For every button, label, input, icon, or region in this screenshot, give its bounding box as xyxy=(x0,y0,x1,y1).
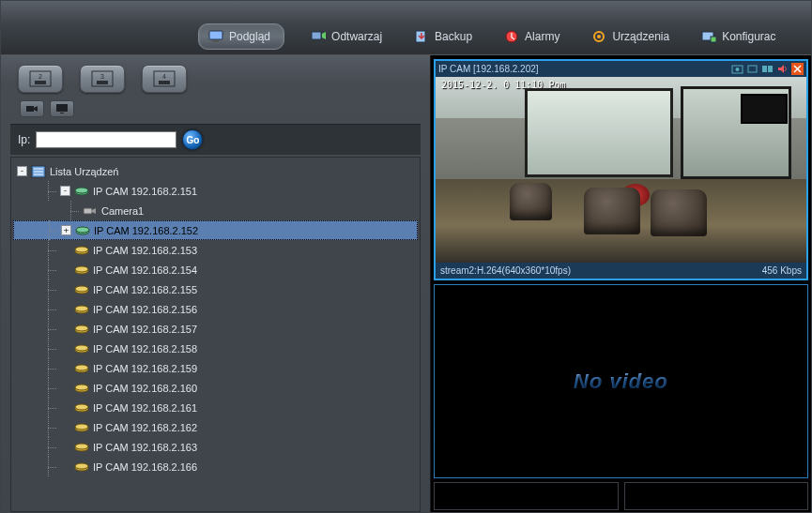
split-icon[interactable] xyxy=(761,63,774,75)
no-video-text: No video xyxy=(574,370,668,394)
view-camera-button[interactable] xyxy=(20,100,44,117)
svg-point-46 xyxy=(75,365,88,370)
bitrate-info: 456 Kbps xyxy=(762,265,802,276)
svg-point-48 xyxy=(75,385,88,390)
svg-marker-30 xyxy=(92,208,96,214)
svg-rect-1 xyxy=(213,40,219,42)
tree-device-node[interactable]: IP CAM 192.168.2.160 xyxy=(13,378,418,398)
svg-rect-12 xyxy=(35,81,46,84)
backup-icon xyxy=(414,29,429,44)
video-tile-3[interactable] xyxy=(434,482,619,510)
layout-4-button[interactable]: 4 xyxy=(142,65,187,93)
tab-devices-label: Urządzenia xyxy=(612,30,669,43)
close-icon[interactable] xyxy=(791,63,804,75)
tree-device-node[interactable]: IP CAM 192.168.2.161 xyxy=(13,398,418,417)
layout-buttons: 2 3 4 xyxy=(18,65,421,93)
camera-live-image: 2015-12-2. 0 11:10 Pom xyxy=(436,77,806,263)
tree-device-node[interactable]: +IP CAM 192.168.2.152 xyxy=(13,220,418,240)
tab-config-label: Konfigurac xyxy=(722,30,775,43)
svg-point-42 xyxy=(75,325,88,331)
svg-rect-59 xyxy=(748,66,757,72)
svg-point-54 xyxy=(75,444,88,449)
svg-rect-15 xyxy=(97,81,108,84)
playback-icon xyxy=(311,29,326,44)
svg-point-58 xyxy=(736,68,740,71)
alarm-icon xyxy=(504,29,519,44)
tab-preview-label: Podgląd xyxy=(229,30,270,43)
layout-3-button[interactable]: 3 xyxy=(80,65,125,93)
tab-config[interactable]: Konfigurac xyxy=(696,25,781,48)
tab-playback[interactable]: Odtwarzaj xyxy=(305,25,388,48)
tab-preview[interactable]: Podgląd xyxy=(198,23,284,50)
svg-point-50 xyxy=(75,404,88,410)
svg-point-40 xyxy=(75,306,88,311)
svg-point-34 xyxy=(75,247,88,252)
sidebar: 2 3 4 Ip: Go -Lista Urządzeń-IP CAM 192.… xyxy=(1,55,431,512)
svg-rect-21 xyxy=(56,104,68,112)
tree-device-node[interactable]: IP CAM 192.168.2.153 xyxy=(13,240,418,260)
svg-point-44 xyxy=(75,345,88,351)
gear-icon xyxy=(591,29,606,44)
svg-rect-19 xyxy=(26,106,34,112)
svg-point-28 xyxy=(75,188,88,193)
device-tree[interactable]: -Lista Urządzeń-IP CAM 192.168.2.151Came… xyxy=(10,157,421,512)
view-monitor-button[interactable] xyxy=(50,100,74,117)
view-mode-buttons xyxy=(20,100,421,117)
tree-device-node[interactable]: IP CAM 192.168.2.157 xyxy=(13,319,418,339)
svg-point-38 xyxy=(75,286,88,292)
tree-device-node[interactable]: IP CAM 192.168.2.163 xyxy=(13,437,418,457)
svg-text:3: 3 xyxy=(100,73,104,80)
tree-device-node[interactable]: IP CAM 192.168.2.155 xyxy=(13,279,418,299)
svg-point-56 xyxy=(75,463,88,469)
svg-rect-2 xyxy=(312,32,321,39)
go-button[interactable]: Go xyxy=(182,129,203,150)
config-icon xyxy=(701,29,716,44)
svg-marker-62 xyxy=(778,65,784,73)
monitor-icon xyxy=(208,29,223,44)
video-tile-2[interactable]: No video xyxy=(434,284,808,478)
tree-device-node[interactable]: IP CAM 192.168.2.166 xyxy=(13,457,418,476)
tab-devices[interactable]: Urządzenia xyxy=(586,25,675,48)
tab-alarms-label: Alarmy xyxy=(525,30,559,43)
ip-input[interactable] xyxy=(36,131,176,148)
tree-root-node[interactable]: -Lista Urządzeń xyxy=(13,161,418,181)
video-grid: IP CAM [192.168.2.202] 2015-12-2. 0 11:1… xyxy=(431,55,811,512)
top-toolbar: Podgląd Odtwarzaj Backup Alarmy Urządzen… xyxy=(1,1,811,55)
tree-device-node[interactable]: IP CAM 192.168.2.154 xyxy=(13,260,418,279)
video-tile-4[interactable] xyxy=(624,482,809,510)
svg-rect-0 xyxy=(209,31,222,39)
audio-icon[interactable] xyxy=(776,63,789,75)
svg-rect-29 xyxy=(84,208,92,214)
svg-rect-60 xyxy=(762,66,767,72)
snapshot-icon[interactable] xyxy=(731,63,743,75)
svg-point-52 xyxy=(75,424,88,430)
svg-rect-22 xyxy=(60,113,64,113)
svg-rect-9 xyxy=(711,37,716,42)
tree-device-node[interactable]: -IP CAM 192.168.2.151 xyxy=(13,181,418,201)
svg-text:4: 4 xyxy=(162,73,166,80)
video-tile-1[interactable]: IP CAM [192.168.2.202] 2015-12-2. 0 11:1… xyxy=(434,59,808,280)
tree-camera-node[interactable]: Camera1 xyxy=(13,201,418,220)
tree-device-node[interactable]: IP CAM 192.168.2.158 xyxy=(13,339,418,358)
svg-rect-61 xyxy=(768,66,773,72)
tab-backup-label: Backup xyxy=(435,30,472,43)
svg-point-7 xyxy=(597,35,601,38)
ip-label: Ip: xyxy=(18,133,30,146)
svg-text:2: 2 xyxy=(38,73,42,80)
svg-point-36 xyxy=(75,266,88,272)
stream-info: stream2:H.264(640x360*10fps) xyxy=(440,265,571,276)
layout-2-button[interactable]: 2 xyxy=(18,65,63,93)
tree-device-node[interactable]: IP CAM 192.168.2.162 xyxy=(13,417,418,437)
tab-backup[interactable]: Backup xyxy=(408,25,478,48)
record-icon[interactable] xyxy=(746,63,758,75)
ip-search-row: Ip: Go xyxy=(10,124,421,155)
svg-marker-20 xyxy=(34,106,38,112)
svg-point-32 xyxy=(76,227,89,233)
svg-rect-18 xyxy=(159,81,170,84)
main-tabs: Podgląd Odtwarzaj Backup Alarmy Urządzen… xyxy=(198,23,782,50)
tab-alarms[interactable]: Alarmy xyxy=(498,25,565,48)
video-tile-1-title: IP CAM [192.168.2.202] xyxy=(438,64,539,74)
tree-device-node[interactable]: IP CAM 192.168.2.156 xyxy=(13,299,418,319)
tree-device-node[interactable]: IP CAM 192.168.2.159 xyxy=(13,358,418,378)
tab-playback-label: Odtwarzaj xyxy=(331,30,382,43)
